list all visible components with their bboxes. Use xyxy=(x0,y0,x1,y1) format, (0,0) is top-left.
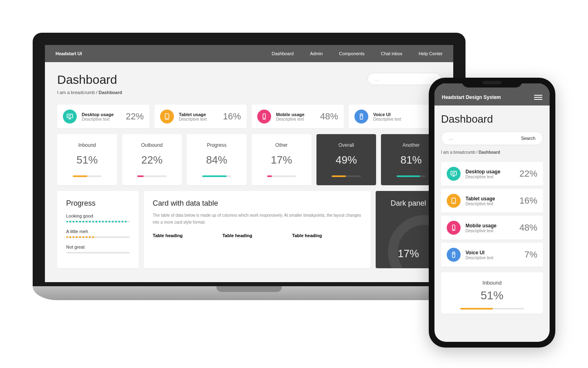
progress-bar xyxy=(73,175,102,177)
laptop-mockup: Headstart UI Dashboard Admin Components … xyxy=(33,33,466,311)
mobile-usage-list: Desktop usageDescriptive text22%Tablet u… xyxy=(441,162,543,267)
stat-card[interactable]: Progress84% xyxy=(187,134,247,185)
stat-label: Another xyxy=(387,142,435,148)
usage-desc: Descriptive text xyxy=(82,117,121,121)
progress-bar xyxy=(396,175,425,177)
voice-icon xyxy=(447,248,461,262)
usage-meta: Voice UI Descriptive text xyxy=(373,112,430,121)
phone-screen: Headstart Design System Dashboard Search… xyxy=(434,83,550,342)
stat-value: 84% xyxy=(192,154,241,166)
progress-bar xyxy=(66,252,130,254)
usage-card-mobile[interactable]: Mobile usage Descriptive text 48% xyxy=(252,105,344,128)
usage-meta: Voice UIDescriptive text xyxy=(466,250,519,260)
laptop-trackpad-notch xyxy=(216,286,282,292)
usage-pct: 48% xyxy=(320,111,338,122)
search-placeholder: … xyxy=(374,77,379,81)
tablet-icon xyxy=(447,194,461,208)
desktop-body: Dashboard … I am a breadcrumb / Dashboar… xyxy=(45,62,453,279)
usage-card[interactable]: Voice UIDescriptive text7% xyxy=(441,243,543,267)
usage-desc: Descriptive text xyxy=(373,117,430,121)
nav-admin[interactable]: Admin xyxy=(310,51,323,56)
progress-bar xyxy=(66,236,130,238)
usage-title: Desktop usage xyxy=(82,112,121,117)
usage-pct: 16% xyxy=(519,195,537,206)
stat-row: Inbound51%Outbound22%Progress84%Other17%… xyxy=(57,134,441,185)
table-heading: Table heading xyxy=(223,233,292,238)
search-field[interactable] xyxy=(449,136,521,141)
breadcrumb-prefix[interactable]: I am a breadcrumb / xyxy=(57,90,99,95)
stat-value: 81% xyxy=(387,154,435,166)
search-input[interactable]: Search xyxy=(441,131,543,145)
stat-label: Inbound xyxy=(447,280,537,286)
svg-point-8 xyxy=(453,202,454,203)
usage-desc: Descriptive text xyxy=(179,117,218,121)
stat-value: 51% xyxy=(63,154,111,166)
svg-rect-11 xyxy=(452,252,455,258)
usage-title: Mobile usage xyxy=(466,223,514,229)
usage-card[interactable]: Mobile usageDescriptive text48% xyxy=(441,216,543,240)
usage-card[interactable]: Tablet usageDescriptive text16% xyxy=(441,189,543,213)
usage-meta: Tablet usage Descriptive text xyxy=(179,112,218,121)
usage-meta: Tablet usageDescriptive text xyxy=(466,196,514,206)
usage-pct: 22% xyxy=(126,111,144,122)
usage-pct: 16% xyxy=(223,111,241,122)
stat-label: Outbound xyxy=(128,142,176,148)
menu-icon[interactable] xyxy=(534,95,542,100)
phone-mockup: Headstart Design System Dashboard Search… xyxy=(429,78,555,348)
desktop-topbar: Headstart UI Dashboard Admin Components … xyxy=(45,45,453,62)
panel-desc: The table of data below is made up of co… xyxy=(153,212,362,226)
page-title: Dashboard xyxy=(441,113,543,126)
usage-pct: 48% xyxy=(519,222,537,233)
usage-meta: Desktop usageDescriptive text xyxy=(466,169,514,179)
breadcrumb-prefix[interactable]: I am a breadcrumb / xyxy=(441,150,479,155)
usage-card-tablet[interactable]: Tablet usage Descriptive text 16% xyxy=(154,105,247,128)
nav-components[interactable]: Components xyxy=(339,51,364,56)
stat-label: Inbound xyxy=(63,142,111,148)
brand-label: Headstart UI xyxy=(56,51,82,56)
breadcrumb-current: Dashboard xyxy=(99,90,122,95)
desktop-icon xyxy=(63,110,77,123)
search-button[interactable]: Search xyxy=(521,136,535,141)
usage-meta: Mobile usageDescriptive text xyxy=(466,223,514,233)
progress-bar xyxy=(66,221,130,222)
nav-help-center[interactable]: Help Center xyxy=(419,51,443,56)
panel-title: Card with data table xyxy=(153,199,362,208)
tablet-icon xyxy=(160,110,174,123)
svg-point-10 xyxy=(453,229,454,230)
voice-icon xyxy=(354,110,368,123)
mobile-inbound-card[interactable]: Inbound 51% xyxy=(441,272,543,314)
panel-title: Progress xyxy=(66,199,130,208)
table-heading: Table heading xyxy=(292,233,362,238)
usage-card[interactable]: Desktop usageDescriptive text22% xyxy=(441,162,543,186)
stat-card[interactable]: Outbound22% xyxy=(122,134,182,185)
usage-row: Desktop usage Descriptive text 22% Table… xyxy=(57,105,441,128)
table-heading: Table heading xyxy=(153,233,223,238)
usage-title: Mobile usage xyxy=(276,112,315,117)
progress-bar xyxy=(137,175,166,177)
usage-desc: Descriptive text xyxy=(466,175,514,179)
progress-item: Looking good xyxy=(66,213,130,222)
search-input[interactable]: … xyxy=(368,73,441,85)
progress-item: A little meh xyxy=(66,229,130,238)
stat-card[interactable]: Other17% xyxy=(252,134,312,185)
usage-desc: Descriptive text xyxy=(466,229,514,233)
progress-bar xyxy=(202,175,231,177)
mobile-icon xyxy=(257,110,271,123)
stat-value: 51% xyxy=(447,289,537,302)
nav-chat-inbox[interactable]: Chat inbox xyxy=(381,51,403,56)
laptop-bezel: Headstart UI Dashboard Admin Components … xyxy=(33,33,466,286)
svg-point-4 xyxy=(264,118,264,119)
breadcrumb: I am a breadcrumb / Dashboard xyxy=(441,150,543,155)
phone-camera xyxy=(483,81,501,84)
stat-card[interactable]: Inbound51% xyxy=(57,134,117,185)
progress-label: Not great xyxy=(66,245,130,249)
usage-desc: Descriptive text xyxy=(276,117,315,121)
breadcrumb: I am a breadcrumb / Dashboard xyxy=(57,90,441,95)
usage-card-desktop[interactable]: Desktop usage Descriptive text 22% xyxy=(57,105,149,128)
usage-meta: Desktop usage Descriptive text xyxy=(82,112,121,121)
usage-card-voice[interactable]: Voice UI Descriptive text xyxy=(349,105,441,128)
nav-dashboard[interactable]: Dashboard xyxy=(272,51,294,56)
stat-card[interactable]: Overall49% xyxy=(316,134,376,185)
laptop-base xyxy=(33,286,466,300)
breadcrumb-current: Dashboard xyxy=(479,150,500,155)
